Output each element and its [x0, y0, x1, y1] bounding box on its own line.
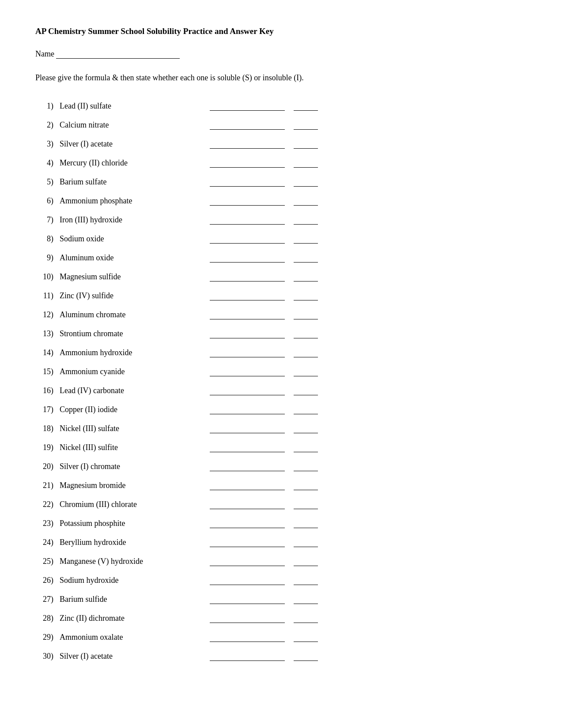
answer-solubility-line[interactable] — [294, 519, 318, 528]
question-item: 23)Potassium phosphite — [35, 519, 528, 528]
answer-solubility-line[interactable] — [294, 387, 318, 395]
question-number: 12) — [35, 310, 60, 319]
answer-solubility-line[interactable] — [294, 159, 318, 168]
answer-formula-line[interactable] — [210, 633, 285, 642]
answer-solubility-line[interactable] — [294, 595, 318, 604]
answer-solubility-line[interactable] — [294, 614, 318, 623]
question-item: 25)Manganese (V) hydroxide — [35, 557, 528, 566]
answer-formula-line[interactable] — [210, 235, 285, 244]
question-item: 26)Sodium hydroxide — [35, 576, 528, 585]
question-text: Sodium hydroxide — [60, 576, 183, 585]
answer-formula-line[interactable] — [210, 500, 285, 509]
answer-solubility-line[interactable] — [294, 349, 318, 357]
answer-formula-line[interactable] — [210, 121, 285, 130]
question-text: Copper (II) iodide — [60, 405, 183, 414]
answer-formula-line[interactable] — [210, 595, 285, 604]
answer-formula-line[interactable] — [210, 159, 285, 168]
question-text: Zinc (IV) sulfide — [60, 291, 183, 300]
answer-formula-line[interactable] — [210, 216, 285, 225]
question-number: 17) — [35, 405, 60, 414]
question-text: Ammonium phosphate — [60, 196, 183, 206]
question-number: 9) — [35, 253, 60, 263]
question-number: 10) — [35, 272, 60, 281]
answer-solubility-line[interactable] — [294, 273, 318, 281]
question-number: 28) — [35, 614, 60, 623]
answer-solubility-line[interactable] — [294, 235, 318, 244]
answer-formula-line[interactable] — [210, 614, 285, 623]
question-number: 6) — [35, 196, 60, 206]
answer-formula-line[interactable] — [210, 102, 285, 111]
answer-solubility-line[interactable] — [294, 330, 318, 338]
question-number: 19) — [35, 443, 60, 452]
answer-solubility-line[interactable] — [294, 216, 318, 225]
answer-formula-line[interactable] — [210, 349, 285, 357]
answer-solubility-line[interactable] — [294, 178, 318, 187]
answer-formula-line[interactable] — [210, 538, 285, 547]
answer-formula-line[interactable] — [210, 557, 285, 566]
answer-solubility-line[interactable] — [294, 368, 318, 376]
answer-solubility-line[interactable] — [294, 102, 318, 111]
question-number: 21) — [35, 481, 60, 490]
answer-formula-line[interactable] — [210, 178, 285, 187]
answer-solubility-line[interactable] — [294, 424, 318, 433]
answer-solubility-line[interactable] — [294, 500, 318, 509]
answer-formula-line[interactable] — [210, 273, 285, 281]
answer-solubility-line[interactable] — [294, 481, 318, 490]
question-text: Lead (IV) carbonate — [60, 386, 183, 395]
answer-formula-line[interactable] — [210, 197, 285, 206]
answer-solubility-line[interactable] — [294, 462, 318, 471]
answer-solubility-line[interactable] — [294, 311, 318, 319]
answer-solubility-line[interactable] — [294, 652, 318, 661]
question-item: 14)Ammonium hydroxide — [35, 348, 528, 357]
question-text: Iron (III) hydroxide — [60, 215, 183, 225]
answer-formula-line[interactable] — [210, 405, 285, 414]
answer-solubility-line[interactable] — [294, 538, 318, 547]
answer-solubility-line[interactable] — [294, 405, 318, 414]
question-text: Strontium chromate — [60, 329, 183, 338]
question-text: Zinc (II) dichromate — [60, 614, 183, 623]
answer-formula-line[interactable] — [210, 140, 285, 149]
question-item: 17)Copper (II) iodide — [35, 405, 528, 414]
answer-formula-line[interactable] — [210, 443, 285, 452]
answer-formula-line[interactable] — [210, 462, 285, 471]
answer-formula-line[interactable] — [210, 519, 285, 528]
answer-formula-line[interactable] — [210, 254, 285, 263]
question-text: Ammonium cyanide — [60, 367, 183, 376]
page-title: AP Chemistry Summer School Solubility Pr… — [35, 26, 528, 36]
question-number: 2) — [35, 120, 60, 130]
answer-formula-line[interactable] — [210, 576, 285, 585]
answer-solubility-line[interactable] — [294, 576, 318, 585]
question-number: 13) — [35, 329, 60, 338]
answer-solubility-line[interactable] — [294, 633, 318, 642]
question-item: 18)Nickel (III) sulfate — [35, 424, 528, 433]
answer-solubility-line[interactable] — [294, 443, 318, 452]
answer-solubility-line[interactable] — [294, 557, 318, 566]
answer-solubility-line[interactable] — [294, 254, 318, 263]
question-number: 25) — [35, 557, 60, 566]
question-list: 1)Lead (II) sulfate2)Calcium nitrate3)Si… — [35, 101, 528, 661]
answer-formula-line[interactable] — [210, 424, 285, 433]
answer-solubility-line[interactable] — [294, 140, 318, 149]
answer-solubility-line[interactable] — [294, 197, 318, 206]
answer-formula-line[interactable] — [210, 330, 285, 338]
question-item: 13)Strontium chromate — [35, 329, 528, 338]
answer-formula-line[interactable] — [210, 652, 285, 661]
question-number: 29) — [35, 633, 60, 642]
question-text: Aluminum oxide — [60, 253, 183, 263]
answer-formula-line[interactable] — [210, 481, 285, 490]
question-number: 1) — [35, 101, 60, 111]
question-item: 16)Lead (IV) carbonate — [35, 386, 528, 395]
answer-formula-line[interactable] — [210, 368, 285, 376]
question-item: 6)Ammonium phosphate — [35, 196, 528, 206]
answer-solubility-line[interactable] — [294, 121, 318, 130]
question-item: 21)Magnesium bromide — [35, 481, 528, 490]
question-item: 15)Ammonium cyanide — [35, 367, 528, 376]
answer-formula-line[interactable] — [210, 387, 285, 395]
question-item: 2)Calcium nitrate — [35, 120, 528, 130]
question-number: 30) — [35, 652, 60, 661]
question-item: 22)Chromium (III) chlorate — [35, 500, 528, 509]
question-text: Nickel (III) sulfate — [60, 424, 183, 433]
answer-solubility-line[interactable] — [294, 292, 318, 300]
answer-formula-line[interactable] — [210, 292, 285, 300]
answer-formula-line[interactable] — [210, 311, 285, 319]
